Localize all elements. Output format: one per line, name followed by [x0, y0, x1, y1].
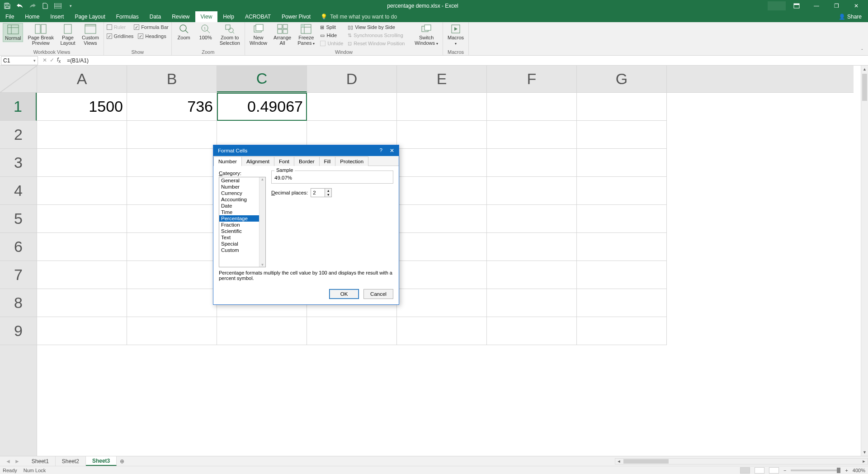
- split-button[interactable]: ⊞Split: [319, 23, 344, 31]
- tab-power-pivot[interactable]: Power Pivot: [276, 11, 316, 22]
- category-item[interactable]: Special: [219, 241, 265, 247]
- category-item[interactable]: Currency: [219, 190, 265, 196]
- cell[interactable]: 1500: [37, 93, 127, 121]
- spinner-down-icon[interactable]: ▼: [325, 193, 331, 197]
- cell[interactable]: [487, 149, 577, 177]
- dialog-tab[interactable]: Alignment: [241, 156, 274, 166]
- tab-formulas[interactable]: Formulas: [111, 11, 144, 22]
- cell[interactable]: [487, 289, 577, 317]
- category-item[interactable]: General: [219, 177, 265, 184]
- scroll-left-icon[interactable]: ◄: [615, 459, 623, 464]
- formula-input[interactable]: =(B1/A1): [64, 57, 868, 64]
- custom-views-button[interactable]: Custom Views: [80, 23, 101, 47]
- tab-file[interactable]: File: [0, 11, 19, 22]
- cell[interactable]: [37, 121, 127, 149]
- page-layout-button[interactable]: Page Layout: [58, 23, 77, 47]
- cell[interactable]: [397, 93, 487, 121]
- category-item[interactable]: Time: [219, 209, 265, 215]
- zoom-100-button[interactable]: 1100%: [196, 23, 215, 41]
- cell[interactable]: 0.49067: [217, 93, 307, 121]
- cell[interactable]: [397, 289, 487, 317]
- row-header[interactable]: 1: [0, 93, 37, 121]
- cell[interactable]: [307, 317, 397, 345]
- switch-windows-button[interactable]: Switch Windows ▾: [413, 23, 440, 47]
- formula-bar-checkbox[interactable]: ✓Formula Bar: [134, 23, 169, 31]
- ribbon-display-options-icon[interactable]: [788, 0, 806, 11]
- cell[interactable]: [127, 205, 217, 233]
- view-side-by-side-button[interactable]: ▯▯View Side by Side: [347, 23, 410, 31]
- cell[interactable]: [397, 317, 487, 345]
- column-header[interactable]: A: [37, 66, 127, 92]
- scroll-right-icon[interactable]: ►: [860, 459, 868, 464]
- dialog-tab[interactable]: Number: [213, 156, 242, 166]
- cell[interactable]: [487, 233, 577, 261]
- decimal-places-spinner[interactable]: ▲ ▼: [311, 188, 332, 197]
- category-item[interactable]: Accounting: [219, 196, 265, 203]
- column-header[interactable]: D: [307, 66, 397, 92]
- tab-acrobat[interactable]: ACROBAT: [240, 11, 276, 22]
- cell[interactable]: [577, 205, 667, 233]
- category-list[interactable]: GeneralNumberCurrencyAccountingDateTimeP…: [219, 177, 266, 267]
- dialog-tab[interactable]: Fill: [319, 156, 336, 166]
- undo-icon[interactable]: [16, 2, 24, 9]
- gridlines-checkbox[interactable]: ✓Gridlines: [107, 32, 133, 40]
- row-header[interactable]: 9: [0, 317, 37, 345]
- view-pagebreak-icon[interactable]: [769, 467, 779, 474]
- tab-data[interactable]: Data: [144, 11, 166, 22]
- cell[interactable]: [487, 177, 577, 205]
- row-header[interactable]: 6: [0, 233, 37, 261]
- view-pagelayout-icon[interactable]: [755, 467, 764, 474]
- form-icon[interactable]: [54, 2, 61, 9]
- row-header[interactable]: 2: [0, 121, 37, 149]
- hide-button[interactable]: ▭Hide: [319, 31, 344, 39]
- slider-handle[interactable]: [837, 468, 840, 473]
- cell[interactable]: [127, 233, 217, 261]
- tab-insert[interactable]: Insert: [45, 11, 69, 22]
- category-item[interactable]: Text: [219, 234, 265, 241]
- category-item[interactable]: Custom: [219, 247, 265, 253]
- sheet-nav-prev-icon[interactable]: ◄: [5, 458, 11, 465]
- cell[interactable]: [397, 261, 487, 289]
- spinner-up-icon[interactable]: ▲: [325, 189, 331, 193]
- cell[interactable]: 736: [127, 93, 217, 121]
- zoom-button[interactable]: Zoom: [175, 23, 193, 41]
- new-file-icon[interactable]: [42, 2, 49, 9]
- close-button[interactable]: ✕: [847, 0, 865, 11]
- column-header[interactable]: C: [217, 66, 307, 92]
- scroll-thumb[interactable]: [623, 459, 669, 464]
- cell[interactable]: [37, 149, 127, 177]
- tab-home[interactable]: Home: [19, 11, 45, 22]
- name-box[interactable]: C1 ▾: [1, 56, 38, 65]
- cell[interactable]: [487, 205, 577, 233]
- cancel-formula-icon[interactable]: ✕: [42, 57, 47, 63]
- normal-view-button[interactable]: Normal: [3, 23, 23, 42]
- redo-icon[interactable]: [29, 2, 36, 9]
- cell[interactable]: [37, 205, 127, 233]
- macros-button[interactable]: Macros▾: [446, 23, 466, 47]
- add-sheet-button[interactable]: ⊕: [117, 458, 127, 465]
- headings-checkbox[interactable]: ✓Headings: [138, 32, 166, 40]
- sheet-tab[interactable]: Sheet1: [25, 456, 56, 466]
- row-header[interactable]: 4: [0, 177, 37, 205]
- tab-review[interactable]: Review: [166, 11, 195, 22]
- freeze-panes-button[interactable]: Freeze Panes ▾: [296, 23, 316, 47]
- column-header[interactable]: F: [487, 66, 577, 92]
- zoom-out-button[interactable]: −: [783, 468, 786, 473]
- sheet-nav-next-icon[interactable]: ►: [14, 458, 20, 465]
- save-icon[interactable]: [4, 2, 11, 9]
- cell[interactable]: [397, 233, 487, 261]
- cell[interactable]: [397, 149, 487, 177]
- cell[interactable]: [37, 289, 127, 317]
- cell[interactable]: [397, 205, 487, 233]
- cell[interactable]: [127, 289, 217, 317]
- cell[interactable]: [577, 289, 667, 317]
- dialog-tab[interactable]: Border: [294, 156, 320, 166]
- ok-button[interactable]: OK: [329, 289, 359, 299]
- select-all-corner[interactable]: [0, 66, 37, 93]
- cell[interactable]: [577, 149, 667, 177]
- enter-formula-icon[interactable]: ✓: [50, 57, 54, 63]
- fx-icon[interactable]: fx: [57, 57, 61, 64]
- cell[interactable]: [127, 317, 217, 345]
- category-item[interactable]: Percentage: [219, 215, 265, 222]
- tab-help[interactable]: Help: [217, 11, 240, 22]
